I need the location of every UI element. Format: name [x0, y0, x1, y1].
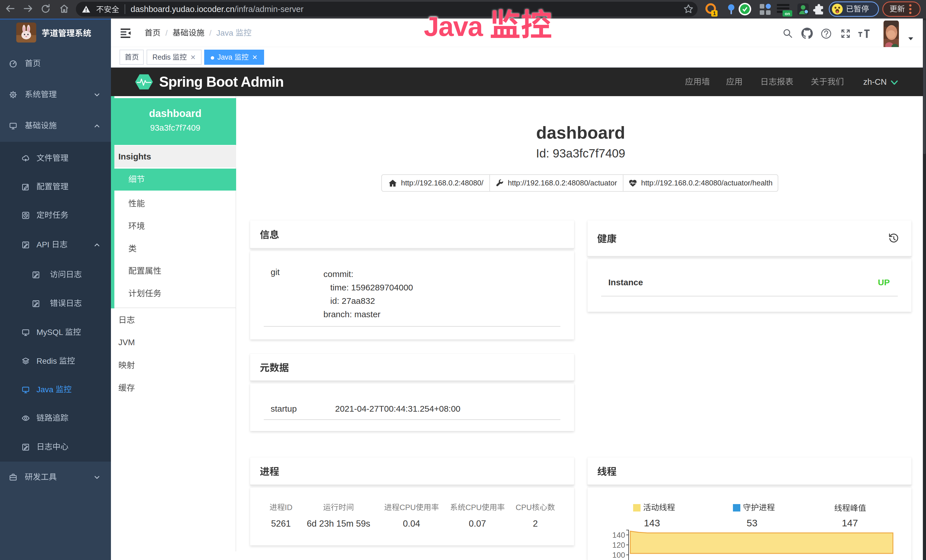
- svg-text:120: 120: [612, 541, 625, 549]
- svg-text:100: 100: [612, 551, 625, 559]
- svg-text:on: on: [785, 11, 790, 16]
- svg-text:140: 140: [612, 531, 625, 539]
- svg-text:1: 1: [713, 11, 716, 16]
